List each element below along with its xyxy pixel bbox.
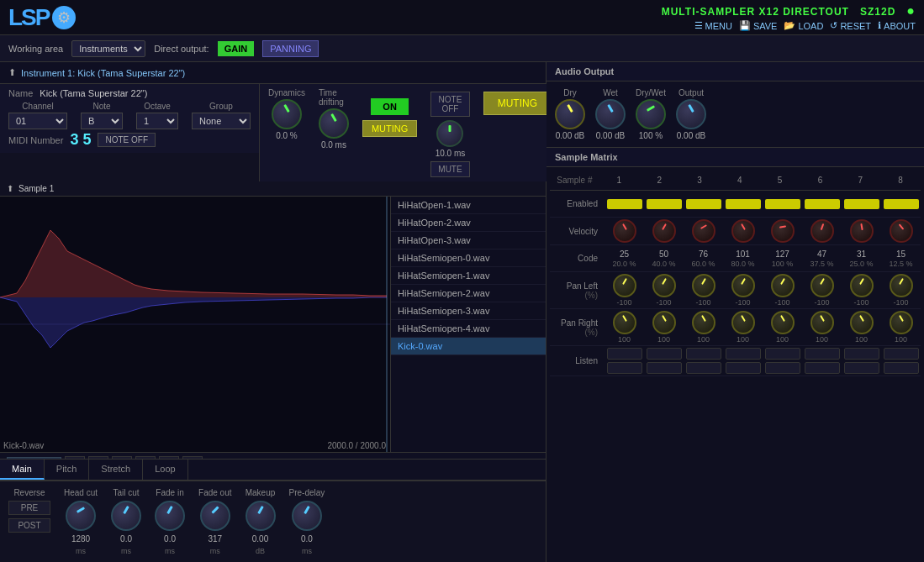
- predelay-knob[interactable]: [292, 501, 322, 531]
- listen-cell-7[interactable]: [842, 346, 881, 376]
- velocity-cell-7[interactable]: [842, 218, 881, 244]
- velocity-cell-6[interactable]: [802, 218, 842, 244]
- velocity-knob-3[interactable]: [692, 219, 715, 243]
- menu-item-load[interactable]: 📂 LOAD: [784, 20, 823, 31]
- velocity-cell-4[interactable]: [723, 218, 763, 244]
- file-item[interactable]: HiHatSemiopen-4.wav: [391, 320, 546, 338]
- listen-cell-4[interactable]: [723, 346, 763, 376]
- enabled-cell-8[interactable]: [881, 197, 921, 211]
- pan-right-knob-7[interactable]: [850, 311, 874, 334]
- output-knob[interactable]: [676, 99, 706, 129]
- pan-left-cell-3[interactable]: -100: [684, 272, 723, 308]
- enabled-cell-7[interactable]: [842, 197, 881, 211]
- listen-button[interactable]: LISTEN: [7, 457, 61, 459]
- file-item-selected[interactable]: Kick-0.wav: [391, 338, 546, 355]
- tail-cut-knob[interactable]: [111, 501, 141, 531]
- file-item[interactable]: HiHatOpen-3.wav: [391, 232, 546, 249]
- move-up-icon[interactable]: ▲: [112, 456, 132, 459]
- crop-icon[interactable]: ⊠: [159, 456, 179, 459]
- pan-right-knob-4[interactable]: [731, 311, 755, 334]
- panning-button[interactable]: PANNING: [262, 40, 319, 57]
- velocity-knob-5[interactable]: [771, 219, 795, 243]
- pan-right-cell-5[interactable]: 100: [763, 309, 802, 345]
- velocity-knob-4[interactable]: [731, 219, 755, 243]
- pan-right-knob-8[interactable]: [890, 311, 913, 334]
- velocity-cell-1[interactable]: [605, 218, 644, 244]
- pan-right-cell-3[interactable]: 100: [684, 309, 723, 345]
- pan-right-cell-1[interactable]: 100: [605, 309, 644, 345]
- menu-item-save[interactable]: 💾 SAVE: [739, 20, 778, 31]
- pan-left-knob-6[interactable]: [810, 274, 834, 297]
- file-item[interactable]: HiHatSemiopen-0.wav: [391, 249, 546, 267]
- note-off-button2[interactable]: NOTE OFF: [430, 92, 469, 117]
- velocity-cell-5[interactable]: [763, 218, 802, 244]
- velocity-knob-8[interactable]: [890, 219, 913, 243]
- enabled-cell-4[interactable]: [723, 197, 763, 211]
- note-off-button[interactable]: NOTE OFF: [98, 133, 156, 147]
- pan-left-cell-7[interactable]: -100: [842, 272, 881, 308]
- pan-left-cell-2[interactable]: -100: [644, 272, 684, 308]
- pan-left-knob-5[interactable]: [771, 274, 795, 297]
- align-end-icon[interactable]: ⇥: [88, 456, 108, 459]
- time-drifting-knob[interactable]: [319, 108, 349, 139]
- menu-item-about[interactable]: ℹ ABOUT: [878, 20, 916, 31]
- pan-right-cell-7[interactable]: 100: [842, 309, 881, 345]
- tab-stretch[interactable]: Stretch: [89, 460, 143, 480]
- pan-left-cell-5[interactable]: -100: [763, 272, 802, 308]
- move-down-icon[interactable]: ▼: [135, 456, 156, 459]
- pan-left-cell-6[interactable]: -100: [802, 272, 842, 308]
- enabled-cell-1[interactable]: [605, 197, 644, 211]
- makeup-knob[interactable]: [246, 501, 276, 531]
- post-button[interactable]: POST: [8, 518, 50, 533]
- tab-loop[interactable]: Loop: [143, 460, 187, 480]
- mute-button[interactable]: MUTE: [430, 161, 469, 177]
- align-start-icon[interactable]: ⇤: [65, 456, 85, 459]
- enabled-cell-6[interactable]: [802, 197, 842, 211]
- velocity-knob-1[interactable]: [613, 219, 636, 243]
- pan-left-knob-1[interactable]: [613, 274, 636, 297]
- tab-pitch[interactable]: Pitch: [45, 460, 89, 480]
- pan-right-knob-1[interactable]: [613, 311, 636, 334]
- octave-select[interactable]: 1: [136, 113, 178, 129]
- fade-in-knob[interactable]: [155, 501, 185, 531]
- pan-right-knob-2[interactable]: [652, 311, 676, 334]
- listen-cell-3[interactable]: [684, 346, 723, 376]
- listen-cell-6[interactable]: [802, 346, 842, 376]
- pan-left-knob-7[interactable]: [850, 274, 874, 297]
- listen-cell-8[interactable]: [881, 346, 921, 376]
- pan-right-cell-4[interactable]: 100: [723, 309, 763, 345]
- listen-cell-5[interactable]: [763, 346, 802, 376]
- muting-button[interactable]: MUTING: [483, 92, 552, 115]
- time-knob[interactable]: [436, 120, 463, 147]
- pan-right-cell-6[interactable]: 100: [802, 309, 842, 345]
- velocity-knob-2[interactable]: [652, 219, 676, 243]
- muting-small-button[interactable]: MUTING: [362, 120, 417, 137]
- instruments-select[interactable]: Instruments: [71, 40, 145, 57]
- pan-right-knob-3[interactable]: [692, 311, 715, 334]
- file-item[interactable]: HiHatSemiopen-2.wav: [391, 285, 546, 302]
- velocity-cell-8[interactable]: [881, 218, 921, 244]
- pan-right-cell-8[interactable]: 100: [881, 309, 921, 345]
- pan-right-knob-6[interactable]: [810, 311, 834, 334]
- pan-left-knob-4[interactable]: [731, 274, 755, 297]
- pan-left-cell-8[interactable]: -100: [881, 272, 921, 308]
- file-item[interactable]: HiHatOpen-2.wav: [391, 214, 546, 232]
- pan-left-knob-2[interactable]: [652, 274, 676, 297]
- pan-left-cell-1[interactable]: -100: [605, 272, 644, 308]
- wet-knob[interactable]: [595, 99, 626, 129]
- dry-wet-knob[interactable]: [636, 99, 666, 129]
- fade-out-knob[interactable]: [200, 501, 230, 531]
- pan-right-knob-5[interactable]: [771, 311, 795, 334]
- gain-button[interactable]: GAIN: [218, 41, 255, 56]
- listen-cell-1[interactable]: [605, 346, 644, 376]
- enabled-cell-5[interactable]: [763, 197, 802, 211]
- channel-select[interactable]: 01: [8, 113, 67, 129]
- file-item[interactable]: HiHatSemiopen-3.wav: [391, 302, 546, 320]
- file-item[interactable]: HiHatSemiopen-1.wav: [391, 267, 546, 285]
- file-item[interactable]: HiHatOpen-1.wav: [391, 197, 546, 214]
- enabled-cell-3[interactable]: [684, 197, 723, 211]
- velocity-cell-3[interactable]: [684, 218, 723, 244]
- enabled-cell-2[interactable]: [644, 197, 684, 211]
- note-select[interactable]: B: [81, 113, 123, 129]
- pre-button[interactable]: PRE: [8, 501, 50, 515]
